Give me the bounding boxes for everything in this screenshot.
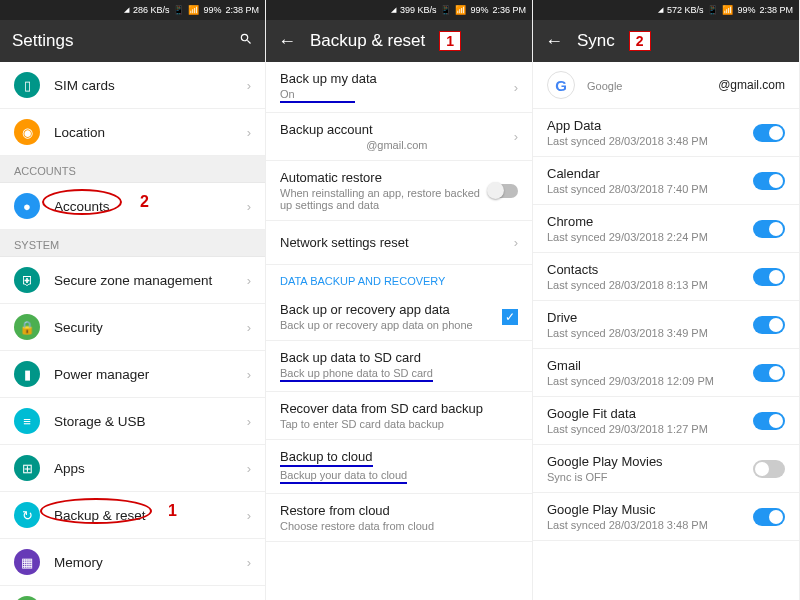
item-users[interactable]: ●Users› — [0, 586, 265, 600]
header: ← Backup & reset 1 — [266, 20, 532, 62]
section-accounts: ACCOUNTS — [0, 156, 265, 183]
recovery-checkbox[interactable]: ✓ — [502, 309, 518, 325]
lock-icon: 🔒 — [14, 314, 40, 340]
person-icon: ● — [14, 193, 40, 219]
apps-icon: ⊞ — [14, 455, 40, 481]
item-secure[interactable]: ⛨Secure zone management› — [0, 257, 265, 304]
section-data-backup: DATA BACKUP AND RECOVERY — [266, 265, 532, 293]
item-storage[interactable]: ≡Storage & USB› — [0, 398, 265, 445]
sync-panel: ◢572 KB/s📱📶99%2:38 PM ← Sync 2 G Google … — [533, 0, 800, 600]
chevron-right-icon: › — [247, 78, 251, 93]
section-system: SYSTEM — [0, 230, 265, 257]
sync-toggle[interactable] — [753, 268, 785, 286]
item-backup[interactable]: ↻ Backup & reset› 1 — [0, 492, 265, 539]
annotation-marker-2: 2 — [629, 31, 651, 51]
status-bar: ◢399 KB/s📱📶99%2:36 PM — [266, 0, 532, 20]
page-title: Backup & reset — [310, 31, 425, 51]
status-bar: ◢572 KB/s📱📶99%2:38 PM — [533, 0, 799, 20]
sync-item[interactable]: CalendarLast synced 28/03/2018 7:40 PM — [533, 157, 799, 205]
reset-icon: ↻ — [14, 502, 40, 528]
back-icon[interactable]: ← — [278, 31, 296, 52]
page-title: Settings — [12, 31, 73, 51]
account-row[interactable]: G Google @gmail.com — [533, 62, 799, 109]
sync-toggle[interactable] — [753, 220, 785, 238]
battery-icon: ▮ — [14, 361, 40, 387]
auto-restore-toggle[interactable] — [488, 184, 518, 198]
item-location[interactable]: ◉Location› — [0, 109, 265, 156]
item-sim[interactable]: ▯SIM cards› — [0, 62, 265, 109]
sync-toggle[interactable] — [753, 460, 785, 478]
settings-panel: ◢286 KB/s📱📶99%2:38 PM Settings ▯SIM card… — [0, 0, 266, 600]
item-network-reset[interactable]: Network settings reset› — [266, 221, 532, 265]
sync-toggle[interactable] — [753, 508, 785, 526]
storage-icon: ≡ — [14, 408, 40, 434]
annotation-1: 1 — [168, 502, 177, 520]
annotation-marker-1: 1 — [439, 31, 461, 51]
item-apps[interactable]: ⊞Apps› — [0, 445, 265, 492]
sync-toggle[interactable] — [753, 364, 785, 382]
sync-toggle[interactable] — [753, 412, 785, 430]
item-security[interactable]: 🔒Security› — [0, 304, 265, 351]
header: Settings — [0, 20, 265, 62]
item-backup-account[interactable]: Backup account@gmail.com› — [266, 113, 532, 161]
item-sd-backup[interactable]: Back up data to SD cardBack up phone dat… — [266, 341, 532, 392]
sim-icon: ▯ — [14, 72, 40, 98]
backup-reset-panel: ◢399 KB/s📱📶99%2:36 PM ← Backup & reset 1… — [266, 0, 533, 600]
users-icon: ● — [14, 596, 40, 600]
sync-item[interactable]: GmailLast synced 29/03/2018 12:09 PM — [533, 349, 799, 397]
sync-toggle[interactable] — [753, 124, 785, 142]
item-cloud-backup[interactable]: Backup to cloudBackup your data to cloud — [266, 440, 532, 494]
header: ← Sync 2 — [533, 20, 799, 62]
sync-item[interactable]: Google Play MusicLast synced 28/03/2018 … — [533, 493, 799, 541]
page-title: Sync — [577, 31, 615, 51]
sync-item[interactable]: Google Play MoviesSync is OFF — [533, 445, 799, 493]
search-icon[interactable] — [239, 32, 253, 50]
sync-item[interactable]: ChromeLast synced 29/03/2018 2:24 PM — [533, 205, 799, 253]
item-accounts[interactable]: ● Accounts› 2 — [0, 183, 265, 230]
back-icon[interactable]: ← — [545, 31, 563, 52]
item-restore-cloud[interactable]: Restore from cloudChoose restore data fr… — [266, 494, 532, 542]
item-recovery-app[interactable]: Back up or recovery app dataBack up or r… — [266, 293, 532, 341]
sync-item[interactable]: Google Fit dataLast synced 29/03/2018 1:… — [533, 397, 799, 445]
annotation-2: 2 — [140, 193, 149, 211]
item-auto-restore[interactable]: Automatic restoreWhen reinstalling an ap… — [266, 161, 532, 221]
sync-item[interactable]: ContactsLast synced 28/03/2018 8:13 PM — [533, 253, 799, 301]
shield-icon: ⛨ — [14, 267, 40, 293]
location-icon: ◉ — [14, 119, 40, 145]
status-bar: ◢286 KB/s📱📶99%2:38 PM — [0, 0, 265, 20]
sync-item[interactable]: App DataLast synced 28/03/2018 3:48 PM — [533, 109, 799, 157]
item-memory[interactable]: ▦Memory› — [0, 539, 265, 586]
sync-item[interactable]: DriveLast synced 28/03/2018 3:49 PM — [533, 301, 799, 349]
sync-toggle[interactable] — [753, 316, 785, 334]
google-icon: G — [547, 71, 575, 99]
item-recover-sd[interactable]: Recover data from SD card backupTap to e… — [266, 392, 532, 440]
memory-icon: ▦ — [14, 549, 40, 575]
sync-toggle[interactable] — [753, 172, 785, 190]
item-power[interactable]: ▮Power manager› — [0, 351, 265, 398]
item-backup-data[interactable]: Back up my dataOn › — [266, 62, 532, 113]
